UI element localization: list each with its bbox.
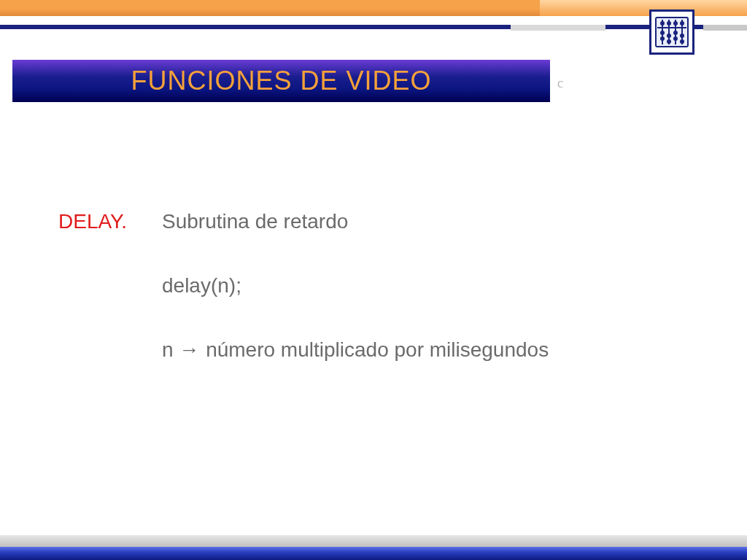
param-suffix: número multiplicado por milisegundos bbox=[200, 338, 549, 361]
top-orange-left bbox=[0, 0, 540, 16]
syntax-line: delay(n); bbox=[162, 274, 703, 298]
svg-point-14 bbox=[673, 31, 678, 35]
svg-point-9 bbox=[680, 21, 684, 26]
svg-point-10 bbox=[660, 31, 665, 35]
arrow-icon: → bbox=[179, 338, 200, 361]
svg-point-7 bbox=[667, 21, 671, 26]
slide-title: FUNCIONES DE VIDEO bbox=[131, 66, 431, 96]
content-body: Subrutina de retardo delay(n); n → númer… bbox=[162, 210, 703, 402]
param-prefix: n bbox=[162, 338, 179, 361]
svg-point-12 bbox=[667, 34, 671, 38]
svg-point-15 bbox=[673, 36, 678, 41]
param-line: n → número multiplicado por milisegundos bbox=[162, 338, 703, 362]
svg-point-17 bbox=[680, 39, 684, 44]
svg-point-6 bbox=[660, 21, 665, 26]
function-name-label: DELAY. bbox=[58, 210, 127, 233]
top-gray-segment-right bbox=[703, 25, 747, 31]
bottom-gray-band bbox=[0, 535, 747, 547]
top-decoration bbox=[0, 0, 747, 26]
top-blue-line bbox=[0, 25, 747, 29]
svg-point-8 bbox=[673, 21, 678, 26]
top-gray-segment-left bbox=[511, 25, 605, 31]
bottom-blue-band bbox=[0, 547, 747, 560]
top-orange-right bbox=[540, 0, 747, 16]
svg-point-13 bbox=[667, 39, 671, 44]
svg-point-11 bbox=[660, 36, 665, 41]
description-line: Subrutina de retardo bbox=[162, 210, 703, 233]
title-bar: FUNCIONES DE VIDEO bbox=[12, 60, 550, 102]
abacus-icon bbox=[649, 9, 694, 55]
decorative-glyph: c bbox=[557, 76, 563, 91]
svg-point-16 bbox=[680, 34, 684, 38]
